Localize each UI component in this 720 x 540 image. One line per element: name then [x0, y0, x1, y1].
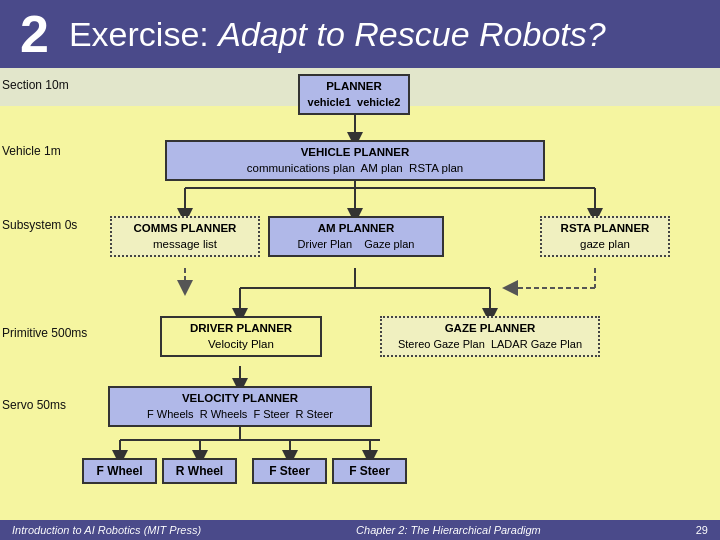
slide-title: Exercise: Adapt to Rescue Robots? — [69, 15, 606, 54]
f-wheel-label: F Wheel — [96, 464, 142, 478]
r-wheel-box: R Wheel — [162, 458, 237, 484]
driver-planner-node: DRIVER PLANNERVelocity Plan — [160, 316, 322, 357]
driver-planner-label: DRIVER PLANNERVelocity Plan — [190, 322, 292, 350]
footer: Introduction to AI Robotics (MIT Press) … — [0, 520, 720, 540]
vehicle-planner-node: VEHICLE PLANNERcommunications plan AM pl… — [165, 140, 545, 181]
label-subsystem: Subsystem 0s — [2, 218, 77, 232]
f-steer2-label: F Steer — [349, 464, 390, 478]
main-area: Section 10m Vehicle 1m Subsystem 0s Prim… — [0, 68, 720, 528]
velocity-planner-label: VELOCITY PLANNERF Wheels R Wheels F Stee… — [147, 392, 333, 420]
footer-page: 29 — [696, 524, 708, 536]
vehicle-planner-label: VEHICLE PLANNERcommunications plan AM pl… — [247, 146, 463, 174]
title-prefix: Exercise: — [69, 15, 218, 53]
f-steer2-box: F Steer — [332, 458, 407, 484]
label-section: Section 10m — [2, 78, 69, 92]
label-servo: Servo 50ms — [2, 398, 66, 412]
gaze-planner-node: GAZE PLANNERStereo Gaze Plan LADAR Gaze … — [380, 316, 600, 357]
f-steer-box: F Steer — [252, 458, 327, 484]
f-steer-label: F Steer — [269, 464, 310, 478]
planner-top-label: PLANNERvehicle1 vehicle2 — [308, 80, 401, 108]
r-wheel-label: R Wheel — [176, 464, 223, 478]
am-planner-label: AM PLANNERDriver Plan Gaze plan — [298, 222, 415, 250]
planner-top-node: PLANNERvehicle1 vehicle2 — [298, 74, 410, 115]
gaze-planner-label: GAZE PLANNERStereo Gaze Plan LADAR Gaze … — [398, 322, 582, 350]
label-primitive: Primitive 500ms — [2, 326, 87, 340]
comms-planner-label: COMMS PLANNERmessage list — [134, 222, 237, 250]
header: 2 Exercise: Adapt to Rescue Robots? — [0, 0, 720, 68]
title-italic: Adapt to Rescue Robots? — [218, 15, 605, 53]
comms-planner-node: COMMS PLANNERmessage list — [110, 216, 260, 257]
slide-number: 2 — [20, 8, 49, 60]
am-planner-node: AM PLANNERDriver Plan Gaze plan — [268, 216, 444, 257]
f-wheel-box: F Wheel — [82, 458, 157, 484]
footer-center: Chapter 2: The Hierarchical Paradigm — [356, 524, 541, 536]
velocity-planner-node: VELOCITY PLANNERF Wheels R Wheels F Stee… — [108, 386, 372, 427]
label-vehicle: Vehicle 1m — [2, 144, 61, 158]
rsta-planner-label: RSTA PLANNERgaze plan — [561, 222, 650, 250]
rsta-planner-node: RSTA PLANNERgaze plan — [540, 216, 670, 257]
footer-left: Introduction to AI Robotics (MIT Press) — [12, 524, 201, 536]
